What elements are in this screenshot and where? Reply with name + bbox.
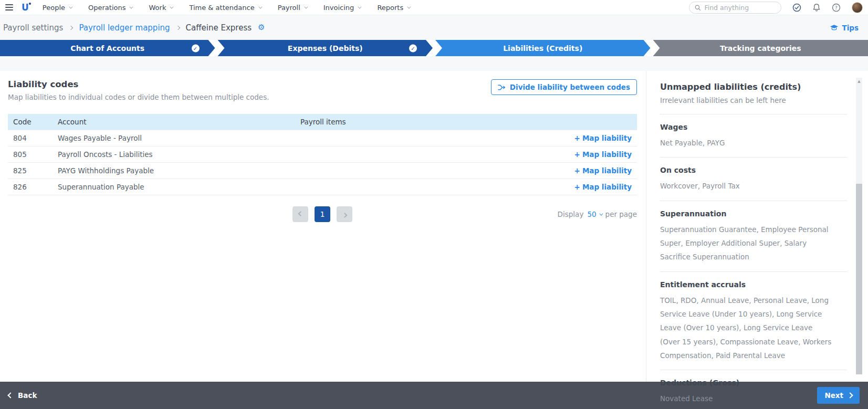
global-search[interactable] xyxy=(689,2,781,14)
chevron-down-icon xyxy=(130,5,133,8)
user-avatar[interactable] xyxy=(852,2,863,13)
cell-account: Payroll Oncosts - Liabilities xyxy=(53,146,295,163)
section-items: Workcover, Payroll Tax xyxy=(660,179,834,193)
cell-code: 804 xyxy=(8,130,53,146)
graduation-cap-icon xyxy=(830,24,839,32)
cell-code: 805 xyxy=(8,146,53,163)
menu-label: Invoicing xyxy=(323,4,354,12)
liability-codes-panel: Liability codes Map liabilities to indiv… xyxy=(0,71,646,382)
divide-liability-button[interactable]: Divide liability between codes xyxy=(491,79,637,95)
page-title: Liability codes xyxy=(8,79,269,89)
cell-code: 825 xyxy=(8,163,53,179)
search-input[interactable] xyxy=(704,4,776,12)
logo-dot-icon xyxy=(29,3,31,5)
chevron-down-icon xyxy=(304,5,308,8)
section-title: Entitlement accruals xyxy=(660,280,847,289)
breadcrumb-payroll-ledger-mapping[interactable]: Payroll ledger mapping xyxy=(79,23,170,33)
chevron-left-icon xyxy=(7,392,13,398)
map-liability-label: Map liability xyxy=(582,134,632,142)
menu-item-operations[interactable]: Operations xyxy=(88,4,132,12)
split-icon xyxy=(498,83,506,91)
menu-item-reports[interactable]: Reports xyxy=(377,4,410,12)
plus-icon: + xyxy=(574,134,580,142)
tips-button[interactable]: Tips xyxy=(830,24,859,32)
menu-label: Time & attendance xyxy=(189,4,254,12)
breadcrumb: Payroll settings Payroll ledger mapping … xyxy=(3,23,265,33)
breadcrumb-row: Payroll settings Payroll ledger mapping … xyxy=(0,15,868,40)
next-page-button[interactable] xyxy=(337,206,352,222)
step-chart-of-accounts[interactable]: Chart of Accounts ✓ xyxy=(0,40,215,56)
menu-label: Work xyxy=(149,4,166,12)
per-page-value: 50 xyxy=(587,210,596,218)
unmapped-liabilities-panel: Unmapped liabilities (credits) Irrelevan… xyxy=(646,71,868,382)
section-items: Novated Lease xyxy=(660,392,834,405)
chevron-left-icon xyxy=(298,211,303,216)
page-1-button[interactable]: 1 xyxy=(315,206,330,222)
table-header-row: Code Account Payroll items xyxy=(8,114,637,130)
step-label: Chart of Accounts xyxy=(70,44,144,53)
per-page-select[interactable]: 50 xyxy=(587,210,601,218)
content-area: Liability codes Map liabilities to indiv… xyxy=(0,71,868,382)
menu-item-payroll[interactable]: Payroll xyxy=(278,4,307,12)
bell-icon[interactable] xyxy=(812,3,821,12)
map-liability-link[interactable]: +Map liability xyxy=(295,146,637,163)
step-wizard: Chart of Accounts ✓ Expenses (Debits) ✓ … xyxy=(0,40,868,56)
menu-label: Operations xyxy=(88,4,126,12)
scroll-up-arrow-icon[interactable]: ▲ xyxy=(856,78,862,85)
previous-page-button[interactable] xyxy=(292,206,308,222)
menu-label: People xyxy=(43,4,65,12)
page-subtitle: Map liabilities to individual codes or d… xyxy=(8,93,269,101)
section-title: Superannuation xyxy=(660,209,847,218)
breadcrumb-payroll-settings[interactable]: Payroll settings xyxy=(3,23,63,33)
chevron-down-icon xyxy=(170,5,174,8)
tips-label: Tips xyxy=(842,24,859,32)
step-complete-check-icon: ✓ xyxy=(192,44,200,52)
svg-text:?: ? xyxy=(835,5,838,10)
step-liabilities-credits[interactable]: Liabilities (Credits) xyxy=(435,40,651,56)
plus-icon: + xyxy=(574,166,580,175)
sidebar-subtitle: Irrelevant liabilities can be left here xyxy=(660,96,847,114)
top-nav: U People Operations Work Time & attendan… xyxy=(0,0,868,15)
liability-codes-table: Code Account Payroll items 804 Wages Pay… xyxy=(8,114,637,195)
table-row: 804 Wages Payable - Payroll +Map liabili… xyxy=(8,130,637,146)
menu-item-invoicing[interactable]: Invoicing xyxy=(323,4,361,12)
menu-label: Reports xyxy=(377,4,403,12)
table-row: 826 Superannuation Payable +Map liabilit… xyxy=(8,179,637,195)
sidebar-section-entitlement-accruals: Entitlement accruals TOIL, RDO, Annual L… xyxy=(660,272,847,371)
chevron-down-icon xyxy=(407,5,411,8)
step-complete-check-icon: ✓ xyxy=(409,44,417,52)
map-liability-link[interactable]: +Map liability xyxy=(295,163,637,179)
menu-item-time-attendance[interactable]: Time & attendance xyxy=(189,4,260,12)
step-label: Expenses (Debits) xyxy=(288,44,363,53)
column-header-code: Code xyxy=(8,114,53,130)
display-label: Display xyxy=(558,210,584,218)
gear-icon[interactable]: ⚙ xyxy=(258,24,265,32)
hamburger-icon[interactable] xyxy=(5,4,13,11)
app-logo[interactable]: U xyxy=(22,3,29,12)
table-row: 805 Payroll Oncosts - Liabilities +Map l… xyxy=(8,146,637,163)
nav-right-cluster: ? xyxy=(689,2,863,14)
step-label: Tracking categories xyxy=(720,44,801,53)
cell-account: PAYG Withholdings Payable xyxy=(53,163,295,179)
chevron-right-icon xyxy=(847,392,853,398)
sidebar-scrollbar[interactable]: ▲ xyxy=(856,78,862,374)
menu-item-work[interactable]: Work xyxy=(149,4,172,12)
step-tracking-categories[interactable]: Tracking categories xyxy=(653,40,868,56)
step-label: Liabilities (Credits) xyxy=(503,44,582,53)
menu-item-people[interactable]: People xyxy=(43,4,71,12)
per-page-suffix: per page xyxy=(605,210,637,218)
step-expenses-debits[interactable]: Expenses (Debits) ✓ xyxy=(218,40,433,56)
plus-icon: + xyxy=(574,183,580,191)
chevron-down-icon xyxy=(69,5,72,8)
help-icon[interactable]: ? xyxy=(832,3,841,12)
section-items: TOIL, RDO, Annual Leave, Personal Leave,… xyxy=(660,293,834,363)
check-circle-icon[interactable] xyxy=(792,3,801,12)
section-items: Superannuation Guarantee, Employee Perso… xyxy=(660,223,834,264)
map-liability-link[interactable]: +Map liability xyxy=(295,179,637,195)
scrollbar-thumb[interactable] xyxy=(856,184,862,374)
map-liability-link[interactable]: +Map liability xyxy=(295,130,637,146)
sidebar-section-on-costs: On costs Workcover, Payroll Tax xyxy=(660,158,847,201)
chevron-right-icon xyxy=(69,25,73,29)
pagination: 1 xyxy=(292,206,352,222)
back-button[interactable]: Back xyxy=(8,391,37,400)
